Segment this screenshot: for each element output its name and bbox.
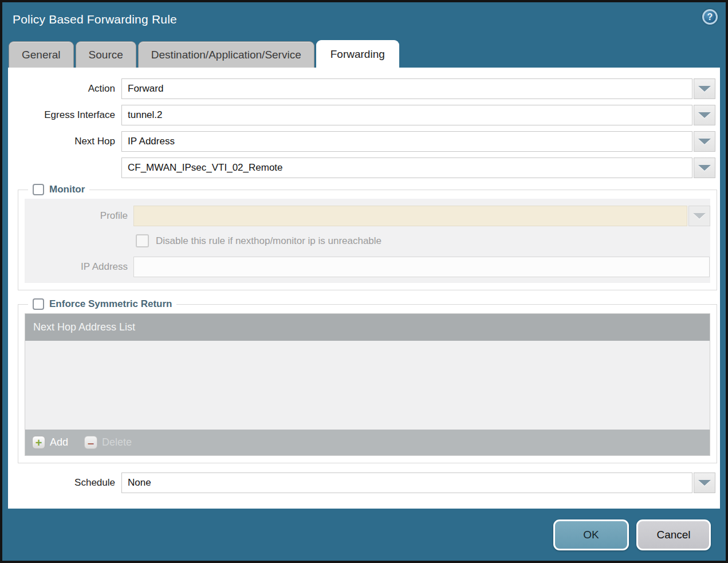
next-hop-address-list-header: Next Hop Address List — [25, 314, 710, 341]
egress-interface-row: Egress Interface — [8, 105, 715, 125]
symmetric-return-group-title: Enforce Symmetric Return — [49, 298, 172, 310]
title-bar: Policy Based Forwarding Rule ? — [2, 2, 726, 37]
plus-icon: + — [32, 436, 45, 449]
profile-input — [133, 206, 687, 226]
egress-interface-input[interactable] — [121, 105, 692, 125]
schedule-input[interactable] — [121, 473, 692, 493]
schedule-dropdown-button[interactable] — [694, 473, 715, 493]
monitor-checkbox[interactable] — [33, 184, 44, 195]
tab-destination-application-service[interactable]: Destination/Application/Service — [138, 41, 314, 68]
symmetric-return-group: Enforce Symmetric Return Next Hop Addres… — [18, 298, 717, 463]
symmetric-return-checkbox[interactable] — [33, 298, 44, 310]
add-button[interactable]: + Add — [32, 436, 68, 449]
tab-source[interactable]: Source — [76, 41, 136, 68]
monitor-group-title: Monitor — [49, 184, 85, 195]
next-hop-address-list-body[interactable] — [25, 341, 710, 430]
chevron-down-icon — [698, 112, 711, 118]
help-icon-glyph: ? — [707, 12, 713, 22]
chevron-down-icon — [698, 165, 711, 171]
pbf-rule-dialog: Policy Based Forwarding Rule ? General S… — [0, 0, 728, 563]
chevron-down-icon — [693, 213, 706, 219]
egress-interface-label: Egress Interface — [8, 109, 121, 121]
monitor-ip-address-row: IP Address — [25, 257, 710, 277]
next-hop-type-dropdown-button[interactable] — [694, 131, 715, 152]
chevron-down-icon — [698, 139, 711, 144]
delete-button: – Delete — [84, 436, 132, 449]
chevron-down-icon — [698, 480, 711, 486]
next-hop-address-dropdown-button[interactable] — [694, 158, 715, 178]
profile-row: Profile — [25, 206, 710, 226]
schedule-row: Schedule — [8, 473, 715, 493]
tab-strip: General Source Destination/Application/S… — [2, 37, 726, 68]
ok-button[interactable]: OK — [553, 519, 629, 550]
egress-interface-dropdown-button[interactable] — [694, 105, 715, 125]
next-hop-address-row — [8, 158, 715, 178]
next-hop-type-input[interactable] — [121, 131, 692, 152]
monitor-legend: Monitor — [28, 184, 89, 195]
disable-rule-label: Disable this rule if nexthop/monitor ip … — [156, 235, 381, 247]
schedule-label: Schedule — [8, 477, 121, 489]
dialog-footer: OK Cancel — [2, 509, 726, 561]
add-button-label: Add — [50, 436, 68, 448]
profile-label: Profile — [25, 210, 133, 222]
forwarding-tab-panel: Action Egress Interface Next Hop — [8, 68, 720, 509]
profile-dropdown-button — [688, 206, 710, 226]
monitor-panel: Profile Disable this rule if nexthop/mon… — [25, 199, 710, 283]
next-hop-address-list-toolbar: + Add – Delete — [25, 430, 710, 455]
cancel-button[interactable]: Cancel — [636, 519, 711, 550]
next-hop-label: Next Hop — [8, 136, 121, 147]
symmetric-return-legend: Enforce Symmetric Return — [28, 298, 176, 310]
disable-rule-row: Disable this rule if nexthop/monitor ip … — [136, 234, 710, 247]
minus-icon: – — [84, 436, 97, 449]
monitor-ip-address-label: IP Address — [25, 261, 133, 273]
delete-button-label: Delete — [102, 436, 132, 448]
help-icon[interactable]: ? — [702, 9, 718, 25]
next-hop-row: Next Hop — [8, 131, 715, 152]
next-hop-address-table: Next Hop Address List + Add – Delete — [25, 313, 710, 456]
action-row: Action — [8, 78, 715, 99]
tab-general[interactable]: General — [9, 41, 74, 68]
monitor-ip-address-input — [133, 257, 710, 277]
chevron-down-icon — [698, 86, 711, 92]
action-dropdown-button[interactable] — [694, 78, 715, 99]
action-label: Action — [8, 83, 121, 95]
monitor-group: Monitor Profile Disable this rule if nex… — [18, 184, 717, 290]
next-hop-address-input[interactable] — [121, 158, 692, 178]
tab-forwarding[interactable]: Forwarding — [316, 40, 399, 68]
dialog-title: Policy Based Forwarding Rule — [13, 13, 702, 26]
action-input[interactable] — [121, 78, 692, 99]
disable-rule-checkbox — [136, 234, 149, 247]
